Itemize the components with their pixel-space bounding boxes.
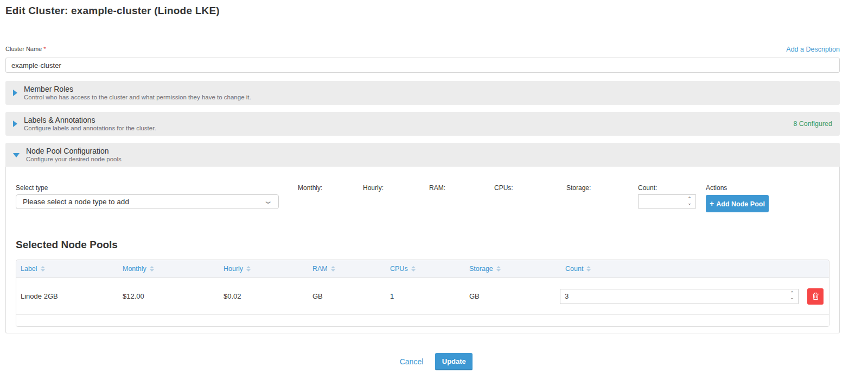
accordion-labels-annotations[interactable]: Labels & Annotations Configure labels an… <box>5 112 840 136</box>
cell-monthly: $12.00 <box>118 292 219 300</box>
table-footer <box>16 315 829 326</box>
accordion-node-pool-configuration[interactable]: Node Pool Configuration Configure your d… <box>5 143 840 167</box>
add-description-link[interactable]: Add a Description <box>786 46 840 53</box>
cluster-name-input[interactable] <box>5 58 840 73</box>
storage-label: Storage: <box>566 184 638 194</box>
add-node-pool-button[interactable]: +Add Node Pool <box>706 195 769 212</box>
required-asterisk: * <box>43 46 46 52</box>
sort-icon <box>586 266 591 271</box>
column-header-cpus[interactable]: CPUs <box>386 265 465 273</box>
node-pool-configuration-panel: Select type Please select a node type to… <box>5 167 840 333</box>
selected-node-pools-heading: Selected Node Pools <box>16 239 829 251</box>
configured-count-badge: 8 Configured <box>793 120 832 128</box>
accordion-member-roles[interactable]: Member Roles Control who has access to t… <box>5 81 840 105</box>
number-stepper[interactable]: ⌃ ⌄ <box>686 197 693 205</box>
monthly-label: Monthly: <box>298 184 363 194</box>
delete-node-pool-button[interactable] <box>807 288 824 305</box>
column-header-count[interactable]: Count <box>561 265 804 273</box>
plus-icon: + <box>710 199 714 208</box>
sort-icon <box>411 266 416 271</box>
node-type-select[interactable]: Please select a node type to add ⌄ <box>16 194 279 209</box>
table-header-row: Label Monthly Hourly RAM CPUs <box>16 260 829 278</box>
accordion-subtitle: Configure your desired node pools <box>26 156 832 163</box>
actions-label: Actions <box>706 184 769 194</box>
column-header-ram[interactable]: RAM <box>308 265 386 273</box>
cell-label: Linode 2GB <box>16 292 118 300</box>
cancel-button[interactable]: Cancel <box>400 357 424 366</box>
cell-hourly: $0.02 <box>219 292 308 300</box>
accordion-title: Labels & Annotations <box>24 116 793 124</box>
sort-icon <box>331 266 335 271</box>
cluster-name-label-row: Cluster Name* Add a Description <box>5 43 840 53</box>
cluster-name-label: Cluster Name* <box>5 43 46 53</box>
chevron-down-icon: ⌄ <box>263 198 273 204</box>
column-header-label[interactable]: Label <box>16 265 118 273</box>
accordion-subtitle: Control who has access to the cluster an… <box>24 94 832 101</box>
add-node-pool-form: Select type Please select a node type to… <box>16 184 829 212</box>
cell-ram: GB <box>308 292 386 300</box>
update-button[interactable]: Update <box>435 353 473 370</box>
cell-storage: GB <box>465 292 561 300</box>
accordion-title: Member Roles <box>24 85 832 93</box>
select-type-label: Select type <box>16 184 279 194</box>
count-label: Count: <box>638 184 706 194</box>
sort-icon <box>496 266 501 271</box>
node-pool-row: Linode 2GB $12.00 $0.02 GB 1 GB ⌃ ⌄ <box>16 278 829 315</box>
expand-arrow-icon <box>13 121 17 127</box>
column-header-storage[interactable]: Storage <box>465 265 561 273</box>
number-stepper[interactable]: ⌃ ⌄ <box>788 291 796 300</box>
sort-icon <box>246 266 251 271</box>
trash-icon <box>812 292 819 300</box>
selected-node-pools-table: Label Monthly Hourly RAM CPUs <box>16 260 829 327</box>
row-count-input[interactable] <box>560 289 798 304</box>
edit-cluster-page: Edit Cluster: example-cluster (Linode LK… <box>5 0 840 370</box>
row-count-input-wrap: ⌃ ⌄ <box>560 289 799 304</box>
ram-label: RAM: <box>429 184 494 194</box>
cpus-label: CPUs: <box>494 184 566 194</box>
accordion-subtitle: Configure labels and annotations for the… <box>24 125 793 132</box>
hourly-label: Hourly: <box>363 184 429 194</box>
expand-arrow-icon <box>13 90 17 96</box>
count-input-wrap: ⌃ ⌄ <box>638 194 696 209</box>
page-title: Edit Cluster: example-cluster (Linode LK… <box>5 0 840 17</box>
stepper-down-icon[interactable]: ⌄ <box>790 295 794 300</box>
form-footer: Cancel Update <box>5 353 840 370</box>
cell-count: ⌃ ⌄ <box>561 289 804 304</box>
column-header-hourly[interactable]: Hourly <box>219 265 308 273</box>
cell-cpus: 1 <box>386 292 465 300</box>
stepper-down-icon[interactable]: ⌄ <box>687 201 692 205</box>
column-header-monthly[interactable]: Monthly <box>118 265 219 273</box>
sort-icon <box>150 266 154 271</box>
sort-icon <box>41 266 45 271</box>
node-type-select-value: Please select a node type to add <box>23 198 129 206</box>
collapse-arrow-icon <box>13 153 20 157</box>
accordion-title: Node Pool Configuration <box>26 147 832 155</box>
